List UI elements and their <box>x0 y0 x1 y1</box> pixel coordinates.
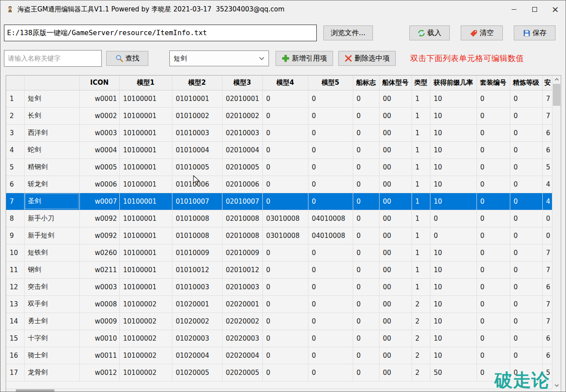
value-cell[interactable]: 10100002 <box>119 347 172 364</box>
minimize-button[interactable] <box>504 0 524 18</box>
row-number-cell[interactable]: 8 <box>6 210 24 227</box>
column-header[interactable] <box>24 76 79 90</box>
value-cell[interactable]: 00 <box>379 124 412 141</box>
icon-id-cell[interactable]: w0004 <box>79 141 119 158</box>
load-button[interactable]: 载入 <box>409 25 450 40</box>
item-name-cell[interactable]: 勇士剑 <box>24 313 79 330</box>
value-cell[interactable]: 0 <box>308 261 353 278</box>
value-cell[interactable]: 6 <box>542 124 553 141</box>
value-cell[interactable]: 02010009 <box>222 244 262 261</box>
vertical-scroll-thumb[interactable] <box>553 84 560 106</box>
value-cell[interactable]: 10 <box>430 141 476 158</box>
value-cell[interactable]: 10 <box>430 330 476 347</box>
value-cell[interactable]: 02020004 <box>222 347 262 364</box>
value-cell[interactable]: 01010008 <box>172 227 222 244</box>
value-cell[interactable]: 02020003 <box>222 330 262 347</box>
value-cell[interactable]: 0 <box>353 364 379 381</box>
value-cell[interactable]: 1 <box>412 210 430 227</box>
add-reference-button[interactable]: 新增引用项 <box>276 51 333 66</box>
value-cell[interactable]: 0 <box>262 158 308 176</box>
table-row[interactable]: 3西洋剑w00031010000101010003020100030000011… <box>6 124 553 141</box>
item-name-cell[interactable]: 新手小刀 <box>24 210 79 227</box>
table-row[interactable]: 5精钢剑w00051010000101010005020100050000011… <box>6 158 553 176</box>
value-cell[interactable]: 0 <box>476 193 510 210</box>
value-cell[interactable]: 0 <box>262 330 308 347</box>
value-cell[interactable]: 0 <box>510 261 542 278</box>
scroll-up-icon[interactable] <box>552 76 561 83</box>
value-cell[interactable]: 0 <box>510 158 542 176</box>
value-cell[interactable]: 01020001 <box>172 295 222 313</box>
value-cell[interactable]: 01010009 <box>172 244 222 261</box>
value-cell[interactable]: 00 <box>379 278 412 295</box>
icon-id-cell[interactable]: w0006 <box>79 176 119 193</box>
horizontal-scroll-thumb[interactable] <box>16 389 54 392</box>
column-header[interactable]: 模型3 <box>222 76 262 90</box>
table-row[interactable]: 2长剑w000210100001010100020201000200000110… <box>6 107 553 124</box>
icon-id-cell[interactable]: w0012 <box>79 364 119 381</box>
value-cell[interactable]: 0 <box>430 210 476 227</box>
value-cell[interactable]: 00 <box>379 261 412 278</box>
value-cell[interactable]: 0 <box>510 107 542 124</box>
value-cell[interactable]: 0 <box>476 90 510 107</box>
value-cell[interactable]: 0 <box>510 141 542 158</box>
value-cell[interactable]: 10100001 <box>119 193 172 210</box>
value-cell[interactable]: 0 <box>262 261 308 278</box>
value-cell[interactable]: 0 <box>542 227 553 244</box>
value-cell[interactable]: 7 <box>542 295 553 313</box>
value-cell[interactable]: 01010006 <box>172 176 222 193</box>
value-cell[interactable]: 0 <box>510 347 542 364</box>
value-cell[interactable]: 0 <box>510 176 542 193</box>
value-cell[interactable]: 0 <box>353 295 379 313</box>
value-cell[interactable]: 1 <box>412 227 430 244</box>
value-cell[interactable]: 02010012 <box>222 261 262 278</box>
value-cell[interactable]: 0 <box>353 347 379 364</box>
value-cell[interactable]: 0 <box>510 278 542 295</box>
value-cell[interactable]: 10 <box>430 158 476 176</box>
value-cell[interactable]: 02010003 <box>222 124 262 141</box>
value-cell[interactable]: 10100001 <box>119 90 172 107</box>
item-name-cell[interactable]: 圣剑 <box>24 193 79 210</box>
table-row[interactable]: 17龙骨剑w0012101000020102000502020005000002… <box>6 364 553 381</box>
value-cell[interactable]: 0 <box>353 330 379 347</box>
value-cell[interactable]: 0 <box>308 158 353 176</box>
value-cell[interactable]: 0 <box>262 193 308 210</box>
table-row[interactable]: 1短剑w000110100001010100010201000100000110… <box>6 90 553 107</box>
item-name-cell[interactable]: 长剑 <box>24 107 79 124</box>
item-name-cell[interactable]: 西洋剑 <box>24 124 79 141</box>
item-name-cell[interactable]: 骑士剑 <box>24 347 79 364</box>
scroll-down-icon[interactable] <box>552 381 561 389</box>
value-cell[interactable]: 50 <box>430 364 476 381</box>
icon-id-cell[interactable]: w0211 <box>79 261 119 278</box>
value-cell[interactable]: 02020001 <box>222 295 262 313</box>
item-name-cell[interactable]: 斩龙剑 <box>24 176 79 193</box>
value-cell[interactable]: 0 <box>308 90 353 107</box>
value-cell[interactable]: 0 <box>476 141 510 158</box>
value-cell[interactable]: 10100001 <box>119 141 172 158</box>
value-cell[interactable]: 10 <box>430 124 476 141</box>
value-cell[interactable]: 0 <box>308 313 353 330</box>
value-cell[interactable]: 00 <box>379 158 412 176</box>
item-name-cell[interactable]: 钢剑 <box>24 261 79 278</box>
value-cell[interactable]: 10100001 <box>119 124 172 141</box>
icon-id-cell[interactable]: w0092 <box>79 210 119 227</box>
value-cell[interactable]: 6 <box>542 141 553 158</box>
value-cell[interactable]: 0 <box>476 364 510 381</box>
row-number-cell[interactable]: 16 <box>6 347 24 364</box>
vertical-scrollbar[interactable] <box>552 76 561 389</box>
row-number-cell[interactable]: 7 <box>6 193 24 210</box>
row-number-cell[interactable]: 3 <box>6 124 24 141</box>
icon-id-cell[interactable]: w0260 <box>79 244 119 261</box>
value-cell[interactable]: 10 <box>430 295 476 313</box>
search-input[interactable] <box>4 50 102 67</box>
value-cell[interactable]: 0 <box>262 107 308 124</box>
item-select-dropdown[interactable]: 短剑 <box>169 50 269 66</box>
value-cell[interactable]: 5 <box>542 158 553 176</box>
value-cell[interactable]: 0 <box>510 90 542 107</box>
value-cell[interactable]: 04010008 <box>308 210 353 227</box>
value-cell[interactable]: 4 <box>542 193 553 210</box>
value-cell[interactable]: 0 <box>353 193 379 210</box>
value-cell[interactable]: 2 <box>412 295 430 313</box>
close-button[interactable]: × <box>545 0 566 18</box>
value-cell[interactable]: 01010003 <box>172 124 222 141</box>
value-cell[interactable]: 00 <box>379 295 412 313</box>
